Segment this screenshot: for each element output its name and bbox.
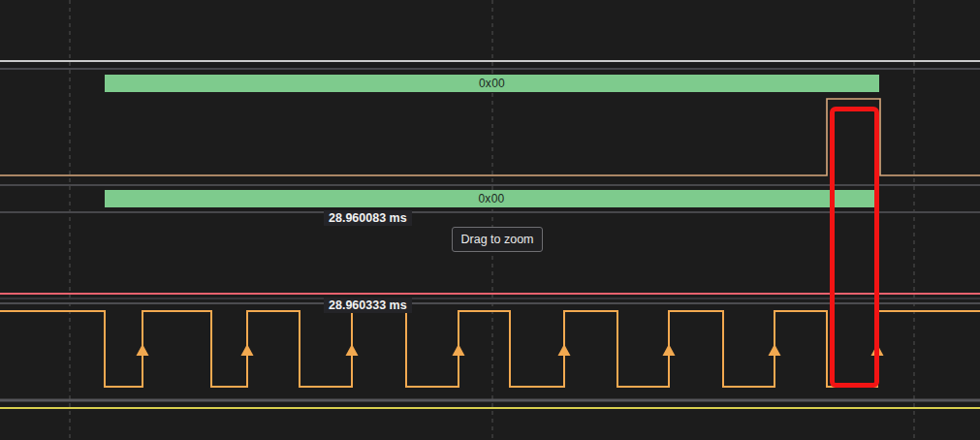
decoded-byte-bubble[interactable]: 0x00 xyxy=(105,190,878,207)
timing-marker-label[interactable]: 28.960333 ms xyxy=(324,298,412,313)
rising-edge-arrow xyxy=(241,344,254,356)
decoded-byte-value: 0x00 xyxy=(479,75,505,92)
rising-edge-arrow xyxy=(346,344,359,356)
rising-edge-arrow xyxy=(663,344,676,356)
decoded-byte-bubble[interactable]: 0x00 xyxy=(105,75,879,92)
rising-edge-arrow xyxy=(453,344,465,356)
logic-analyzer-viewport[interactable]: 0x00 0x00 28.960083 ms 28.960333 ms Drag… xyxy=(0,0,980,440)
decoded-byte-value: 0x00 xyxy=(478,190,504,207)
drag-to-zoom-tooltip: Drag to zoom xyxy=(452,227,543,252)
timing-marker-label[interactable]: 28.960083 ms xyxy=(324,210,412,226)
rising-edge-arrow xyxy=(769,344,781,356)
rising-edge-arrow xyxy=(558,344,571,356)
selection-highlight-box xyxy=(830,107,879,388)
rising-edge-arrow xyxy=(137,344,149,356)
